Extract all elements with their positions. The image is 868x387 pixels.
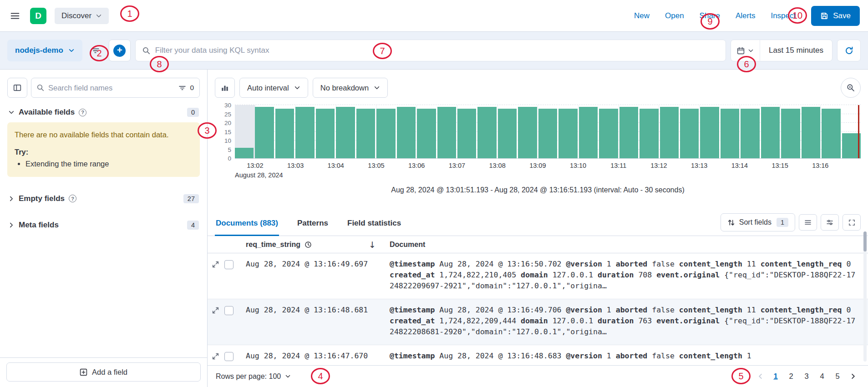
chart-options-button[interactable] [841, 78, 861, 98]
add-field-button[interactable]: Add a field [6, 362, 201, 382]
pagination-next-button[interactable] [846, 369, 860, 384]
row-checkbox[interactable] [224, 260, 233, 269]
rows-per-page-button[interactable]: Rows per page: 100 [216, 372, 291, 381]
edit-visualization-button[interactable] [215, 78, 235, 98]
tab-field-statistics[interactable]: Field statistics [346, 219, 402, 236]
histogram-bar[interactable] [457, 109, 476, 158]
histogram-bar[interactable] [437, 107, 456, 158]
nav-link-open[interactable]: Open [665, 11, 684, 20]
histogram-bar[interactable] [761, 107, 780, 158]
document-cell[interactable]: @timestamp Aug 28, 2024 @ 13:16:49.706 @… [382, 305, 868, 337]
req-time-cell[interactable]: Aug 28, 2024 @ 13:16:47.670 [246, 351, 382, 365]
sort-icon [727, 219, 735, 226]
scrollbar-thumb[interactable] [863, 231, 867, 251]
sort-fields-count-badge: 1 [777, 218, 788, 227]
pagination-page-2[interactable]: 2 [784, 369, 798, 384]
row-checkbox[interactable] [224, 352, 233, 361]
nav-link-new[interactable]: New [634, 11, 650, 20]
histogram-bar[interactable] [336, 107, 355, 158]
menu-icon[interactable] [8, 9, 22, 23]
expand-row-icon[interactable] [211, 306, 220, 315]
histogram-bar[interactable] [417, 109, 436, 158]
filter-menu-icon[interactable] [87, 40, 104, 61]
pagination-prev-button[interactable] [753, 369, 767, 384]
histogram-bar[interactable] [599, 109, 618, 158]
time-range-button[interactable]: Last 15 minutes [760, 46, 832, 55]
histogram-bar[interactable] [477, 107, 496, 158]
filter-by-type-button[interactable]: 0 [178, 84, 194, 92]
histogram-bar[interactable] [781, 109, 800, 158]
histogram-bar[interactable] [558, 109, 577, 158]
document-cell[interactable]: @timestamp Aug 28, 2024 @ 13:16:50.702 @… [382, 259, 868, 292]
req-time-cell[interactable]: Aug 28, 2024 @ 13:16:48.681 [246, 305, 382, 337]
sort-fields-button[interactable]: Sort fields 1 [721, 213, 795, 231]
field-search-input[interactable] [48, 84, 174, 92]
pagination-page-1[interactable]: 1 [769, 369, 782, 384]
histogram-bar[interactable] [316, 109, 335, 158]
sort-descending-icon[interactable]: ↓ [369, 240, 382, 250]
breadcrumb[interactable]: Discover [55, 8, 109, 24]
data-view-picker[interactable]: nodejs-demo [7, 40, 82, 61]
histogram-bar[interactable] [498, 109, 517, 158]
histogram-bar[interactable] [397, 107, 416, 158]
collapse-sidebar-button[interactable] [7, 78, 27, 98]
histogram-bar[interactable] [802, 107, 820, 158]
histogram-bar[interactable] [518, 107, 537, 158]
histogram-bar[interactable] [680, 109, 699, 158]
histogram-bar[interactable] [538, 109, 557, 158]
histogram-bar[interactable] [700, 107, 719, 158]
sidebar-group-meta-fields[interactable]: Meta fields4 [8, 221, 199, 230]
scrollbar[interactable] [863, 231, 867, 362]
tab-documents-883[interactable]: Documents (883) [215, 219, 279, 236]
histogram-bar[interactable] [640, 109, 658, 158]
help-icon[interactable]: ? [69, 195, 76, 202]
histogram-bar[interactable] [741, 109, 759, 158]
histogram-bar[interactable] [579, 107, 598, 158]
time-column-header[interactable]: req_time_string [246, 241, 300, 249]
nav-link-share[interactable]: Share [700, 11, 720, 20]
kql-query-bar [135, 40, 726, 61]
interval-select[interactable]: Auto interval [239, 78, 308, 98]
histogram-bar[interactable] [721, 109, 739, 158]
sidebar-group-empty-fields[interactable]: Empty fields?27 [8, 194, 199, 203]
pagination-page-3[interactable]: 3 [800, 369, 813, 384]
density-icon [804, 219, 812, 226]
no-fields-callout: There are no available fields that conta… [7, 122, 200, 177]
expand-row-icon[interactable] [211, 352, 220, 361]
fullscreen-button[interactable] [843, 214, 861, 231]
field-value: 1 [607, 306, 611, 314]
tab-patterns[interactable]: Patterns [296, 219, 329, 236]
help-icon[interactable]: ? [79, 109, 86, 116]
histogram-bar[interactable] [376, 109, 395, 158]
add-filter-button[interactable]: + [109, 40, 131, 61]
display-density-button[interactable] [799, 214, 817, 231]
document-cell[interactable]: @timestamp Aug 28, 2024 @ 13:16:48.683 @… [382, 351, 868, 365]
histogram-bar[interactable] [295, 107, 314, 158]
pagination-page-4[interactable]: 4 [815, 369, 829, 384]
save-button[interactable]: Save [811, 6, 860, 26]
histogram-bar[interactable] [235, 148, 254, 158]
calendar-button[interactable] [731, 40, 760, 61]
histogram-bar[interactable] [822, 109, 840, 158]
space-avatar[interactable]: D [30, 8, 46, 24]
chevron-right-icon [850, 373, 857, 380]
histogram-bar[interactable] [255, 107, 274, 158]
chevron-left-icon [757, 373, 764, 380]
refresh-button[interactable] [837, 40, 861, 61]
breakdown-select[interactable]: No breakdown [313, 78, 388, 98]
histogram-bar[interactable] [356, 109, 375, 158]
field-value: 1 [747, 352, 751, 360]
histogram-bar[interactable] [619, 107, 638, 158]
expand-row-icon[interactable] [211, 260, 220, 269]
available-fields-header[interactable]: Available fields ? 0 [8, 108, 199, 117]
req-time-cell[interactable]: Aug 28, 2024 @ 13:16:49.697 [246, 259, 382, 292]
pagination-page-5[interactable]: 5 [831, 369, 844, 384]
grid-settings-button[interactable] [821, 214, 839, 231]
nav-link-inspect[interactable]: Inspect [771, 11, 796, 20]
kql-input[interactable] [155, 46, 719, 55]
row-checkbox[interactable] [224, 306, 233, 315]
histogram-bar[interactable] [275, 109, 294, 158]
clock-icon [305, 241, 312, 248]
histogram-bar[interactable] [660, 107, 679, 158]
nav-link-alerts[interactable]: Alerts [736, 11, 755, 20]
